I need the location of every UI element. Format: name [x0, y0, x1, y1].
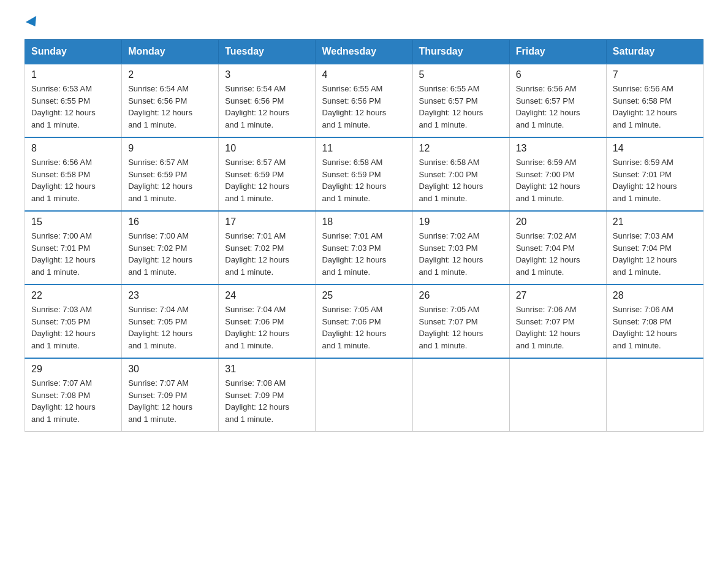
calendar-cell: 14Sunrise: 6:59 AMSunset: 7:01 PMDayligh… — [606, 137, 703, 211]
day-number: 22 — [31, 290, 115, 301]
day-info: Sunrise: 7:08 AMSunset: 7:09 PMDaylight:… — [225, 377, 309, 425]
day-info: Sunrise: 7:06 AMSunset: 7:08 PMDaylight:… — [613, 304, 697, 351]
day-number: 5 — [419, 69, 503, 80]
calendar-cell — [509, 358, 606, 432]
calendar-cell: 16Sunrise: 7:00 AMSunset: 7:02 PMDayligh… — [122, 211, 219, 285]
day-info: Sunrise: 7:04 AMSunset: 7:06 PMDaylight:… — [225, 304, 309, 351]
day-number: 20 — [516, 216, 600, 228]
calendar-week-row: 1Sunrise: 6:53 AMSunset: 6:55 PMDaylight… — [25, 64, 703, 137]
calendar-cell — [606, 358, 703, 432]
calendar-cell: 28Sunrise: 7:06 AMSunset: 7:08 PMDayligh… — [606, 285, 703, 358]
day-number: 18 — [322, 216, 406, 228]
day-number: 26 — [419, 290, 503, 301]
day-number: 7 — [613, 69, 697, 80]
day-info: Sunrise: 6:58 AMSunset: 7:00 PMDaylight:… — [419, 156, 503, 204]
calendar-cell: 3Sunrise: 6:54 AMSunset: 6:56 PMDaylight… — [219, 64, 316, 137]
day-number: 19 — [419, 216, 503, 228]
day-info: Sunrise: 6:54 AMSunset: 6:56 PMDaylight:… — [128, 83, 212, 131]
day-number: 1 — [31, 69, 115, 80]
day-info: Sunrise: 6:57 AMSunset: 6:59 PMDaylight:… — [225, 156, 309, 204]
calendar-cell: 31Sunrise: 7:08 AMSunset: 7:09 PMDayligh… — [219, 358, 316, 432]
day-info: Sunrise: 6:56 AMSunset: 6:58 PMDaylight:… — [31, 156, 115, 204]
day-info: Sunrise: 7:03 AMSunset: 7:04 PMDaylight:… — [613, 230, 697, 278]
weekday-header-tuesday: Tuesday — [219, 40, 316, 64]
logo-triangle-icon — [26, 16, 40, 29]
calendar-cell: 27Sunrise: 7:06 AMSunset: 7:07 PMDayligh… — [509, 285, 606, 358]
calendar-cell: 5Sunrise: 6:55 AMSunset: 6:57 PMDaylight… — [412, 64, 509, 137]
day-info: Sunrise: 7:05 AMSunset: 7:07 PMDaylight:… — [419, 304, 503, 351]
calendar-cell — [316, 358, 412, 432]
day-number: 14 — [613, 143, 697, 154]
calendar-body: 1Sunrise: 6:53 AMSunset: 6:55 PMDaylight… — [25, 64, 703, 432]
day-info: Sunrise: 7:00 AMSunset: 7:02 PMDaylight:… — [128, 230, 212, 278]
day-info: Sunrise: 6:58 AMSunset: 6:59 PMDaylight:… — [322, 156, 406, 204]
calendar-cell: 10Sunrise: 6:57 AMSunset: 6:59 PMDayligh… — [219, 137, 316, 211]
calendar-cell: 12Sunrise: 6:58 AMSunset: 7:00 PMDayligh… — [412, 137, 509, 211]
day-number: 12 — [419, 143, 503, 154]
calendar-cell — [412, 358, 509, 432]
weekday-header-monday: Monday — [122, 40, 219, 64]
day-info: Sunrise: 6:55 AMSunset: 6:56 PMDaylight:… — [322, 83, 406, 131]
calendar-cell: 13Sunrise: 6:59 AMSunset: 7:00 PMDayligh… — [509, 137, 606, 211]
day-info: Sunrise: 7:04 AMSunset: 7:05 PMDaylight:… — [128, 304, 212, 351]
calendar-cell: 19Sunrise: 7:02 AMSunset: 7:03 PMDayligh… — [412, 211, 509, 285]
calendar-cell: 29Sunrise: 7:07 AMSunset: 7:08 PMDayligh… — [25, 358, 122, 432]
day-number: 2 — [128, 69, 212, 80]
calendar-cell: 23Sunrise: 7:04 AMSunset: 7:05 PMDayligh… — [122, 285, 219, 358]
day-number: 24 — [225, 290, 309, 301]
calendar-cell: 18Sunrise: 7:01 AMSunset: 7:03 PMDayligh… — [316, 211, 412, 285]
logo — [25, 18, 39, 27]
day-number: 31 — [225, 364, 309, 375]
day-info: Sunrise: 7:03 AMSunset: 7:05 PMDaylight:… — [31, 304, 115, 351]
calendar-cell: 26Sunrise: 7:05 AMSunset: 7:07 PMDayligh… — [412, 285, 509, 358]
day-info: Sunrise: 6:59 AMSunset: 7:01 PMDaylight:… — [613, 156, 697, 204]
calendar-cell: 11Sunrise: 6:58 AMSunset: 6:59 PMDayligh… — [316, 137, 412, 211]
calendar-cell: 6Sunrise: 6:56 AMSunset: 6:57 PMDaylight… — [509, 64, 606, 137]
weekday-header-sunday: Sunday — [25, 40, 122, 64]
calendar-header: SundayMondayTuesdayWednesdayThursdayFrid… — [25, 40, 703, 64]
calendar-cell: 9Sunrise: 6:57 AMSunset: 6:59 PMDaylight… — [122, 137, 219, 211]
calendar-cell: 7Sunrise: 6:56 AMSunset: 6:58 PMDaylight… — [606, 64, 703, 137]
day-info: Sunrise: 6:56 AMSunset: 6:58 PMDaylight:… — [613, 83, 697, 131]
day-number: 17 — [225, 216, 309, 228]
day-number: 3 — [225, 69, 309, 80]
day-number: 9 — [128, 143, 212, 154]
day-info: Sunrise: 6:57 AMSunset: 6:59 PMDaylight:… — [128, 156, 212, 204]
weekday-header-wednesday: Wednesday — [316, 40, 412, 64]
calendar-week-row: 29Sunrise: 7:07 AMSunset: 7:08 PMDayligh… — [25, 358, 703, 432]
calendar-cell: 1Sunrise: 6:53 AMSunset: 6:55 PMDaylight… — [25, 64, 122, 137]
day-info: Sunrise: 7:07 AMSunset: 7:09 PMDaylight:… — [128, 377, 212, 425]
calendar-cell: 22Sunrise: 7:03 AMSunset: 7:05 PMDayligh… — [25, 285, 122, 358]
day-number: 8 — [31, 143, 115, 154]
day-number: 23 — [128, 290, 212, 301]
day-number: 21 — [613, 216, 697, 228]
day-number: 28 — [613, 290, 697, 301]
page-header — [25, 18, 703, 27]
day-number: 13 — [516, 143, 600, 154]
calendar-table: SundayMondayTuesdayWednesdayThursdayFrid… — [25, 39, 703, 432]
day-info: Sunrise: 6:55 AMSunset: 6:57 PMDaylight:… — [419, 83, 503, 131]
day-number: 27 — [516, 290, 600, 301]
day-info: Sunrise: 6:59 AMSunset: 7:00 PMDaylight:… — [516, 156, 600, 204]
weekday-header-friday: Friday — [509, 40, 606, 64]
day-info: Sunrise: 7:00 AMSunset: 7:01 PMDaylight:… — [31, 230, 115, 278]
calendar-cell: 17Sunrise: 7:01 AMSunset: 7:02 PMDayligh… — [219, 211, 316, 285]
calendar-cell: 4Sunrise: 6:55 AMSunset: 6:56 PMDaylight… — [316, 64, 412, 137]
calendar-cell: 15Sunrise: 7:00 AMSunset: 7:01 PMDayligh… — [25, 211, 122, 285]
day-info: Sunrise: 6:56 AMSunset: 6:57 PMDaylight:… — [516, 83, 600, 131]
calendar-cell: 30Sunrise: 7:07 AMSunset: 7:09 PMDayligh… — [122, 358, 219, 432]
day-number: 15 — [31, 216, 115, 228]
calendar-week-row: 22Sunrise: 7:03 AMSunset: 7:05 PMDayligh… — [25, 285, 703, 358]
day-info: Sunrise: 7:02 AMSunset: 7:03 PMDaylight:… — [419, 230, 503, 278]
day-number: 25 — [322, 290, 406, 301]
day-info: Sunrise: 6:54 AMSunset: 6:56 PMDaylight:… — [225, 83, 309, 131]
day-number: 29 — [31, 364, 115, 375]
day-info: Sunrise: 7:06 AMSunset: 7:07 PMDaylight:… — [516, 304, 600, 351]
calendar-cell: 8Sunrise: 6:56 AMSunset: 6:58 PMDaylight… — [25, 137, 122, 211]
calendar-cell: 24Sunrise: 7:04 AMSunset: 7:06 PMDayligh… — [219, 285, 316, 358]
day-number: 16 — [128, 216, 212, 228]
calendar-cell: 20Sunrise: 7:02 AMSunset: 7:04 PMDayligh… — [509, 211, 606, 285]
logo-general-line — [25, 18, 39, 27]
day-number: 4 — [322, 69, 406, 80]
weekday-header-thursday: Thursday — [412, 40, 509, 64]
